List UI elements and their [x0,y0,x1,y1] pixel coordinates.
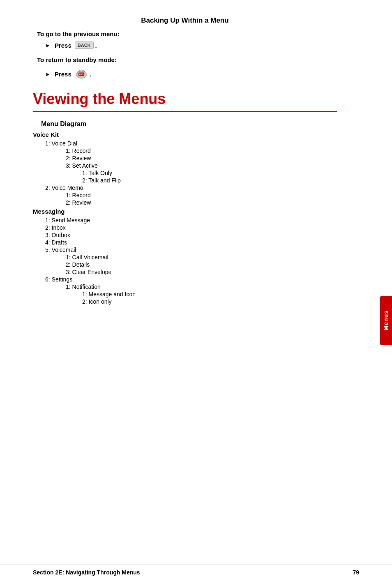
instruction2-label: To return to standby mode: [37,56,337,63]
bullet-arrow-2: ► [45,71,51,77]
side-tab-label: Menus [383,310,389,330]
end-key-row: ► Press END . [45,67,337,81]
footer-section-label: Section 2E: Navigating Through Menus [33,569,140,576]
list-item: 5: Voicemail [45,246,337,254]
backing-up-title: Backing Up Within a Menu [33,16,337,25]
list-item: 1: Send Message [45,217,337,224]
viewing-menus-section: Viewing the Menus Menu Diagram Voice Kit… [33,90,337,305]
period-1: . [95,42,97,49]
press-label-2: Press [55,71,71,78]
list-item: 2: Inbox [45,224,337,231]
voice-kit-label: Voice Kit [33,131,337,138]
list-item: 1: Record [66,147,337,154]
messaging-label: Messaging [33,208,337,215]
voice-kit-category: Voice Kit 1: Voice Dial 1: Record 2: Rev… [33,131,337,206]
list-item: 2: Voice Memo [45,184,337,191]
footer-page-number: 79 [353,569,359,576]
list-item: 4: Drafts [45,239,337,246]
menu-diagram-title: Menu Diagram [41,120,337,128]
instruction1-label: To go to the previous menu: [37,30,337,37]
period-2: . [90,71,91,78]
list-item: 1: Voice Dial [45,140,337,147]
svg-text:END: END [79,74,84,76]
list-item: 2: Icon only [82,298,337,305]
bullet-arrow-1: ► [45,42,51,48]
list-item: 1: Notification [66,283,337,291]
list-item: 1: Record [66,191,337,199]
viewing-menus-title: Viewing the Menus [33,90,337,108]
list-item: 2: Details [66,261,337,268]
page-footer: Section 2E: Navigating Through Menus 79 [0,565,392,576]
list-item: 2: Review [66,154,337,162]
list-item: 1: Call Voicemail [66,254,337,261]
list-item: 1: Talk Only [82,169,337,177]
end-key-icon: END [75,67,88,81]
list-item: 1: Message and Icon [82,291,337,298]
back-key-row: ► Press BACK . [45,42,337,49]
back-key-badge: BACK [75,42,94,49]
list-item: 3: Set Active [66,162,337,169]
backing-up-section: Backing Up Within a Menu To go to the pr… [33,16,337,81]
list-item: 3: Clear Envelope [66,268,337,276]
press-label-1: Press [55,42,71,49]
red-divider [33,111,337,112]
messaging-category: Messaging 1: Send Message 2: Inbox 3: Ou… [33,208,337,305]
list-item: 6: Settings [45,276,337,283]
list-item: 2: Review [66,199,337,206]
list-item: 2: Talk and Flip [82,177,337,184]
menus-side-tab: Menus [380,296,392,345]
list-item: 3: Outbox [45,231,337,239]
